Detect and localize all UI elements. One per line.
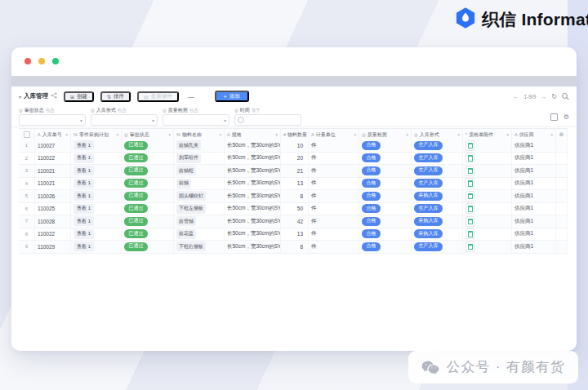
attachment-file-icon[interactable] bbox=[466, 216, 474, 227]
add-button[interactable]: + 添加 bbox=[215, 91, 249, 102]
table-row[interactable]: 3 110021 查看 1 已通过 前轴框 长50cm，宽30cm的SY1 21… bbox=[19, 165, 568, 178]
cell-row-number: 1 bbox=[19, 140, 35, 152]
filter-label-row: ◎ 入库形式 包含 bbox=[91, 106, 158, 114]
attachment-file-icon[interactable] bbox=[466, 140, 474, 151]
column-header[interactable]: % 零件采购计划 ▾ bbox=[71, 129, 122, 140]
cell-attachment bbox=[463, 165, 512, 177]
column-menu-icon[interactable]: ▾ bbox=[168, 132, 171, 137]
filter-control[interactable]: ▾ bbox=[19, 114, 86, 126]
field-type-icon: % bbox=[74, 132, 78, 137]
column-header[interactable]: A 计量单位 ▾ bbox=[309, 129, 359, 140]
cell-extra bbox=[556, 165, 568, 177]
table-row[interactable]: 5 110026 查看 1 已通过 圆头螺纹钉 长50cm，宽30cm的SY1 … bbox=[19, 190, 568, 203]
filters: ◎ 审批状态 包含 ▾ ◎ 入库形式 包含 bbox=[19, 106, 301, 126]
toolbar-buttons: ⊞ 创建 ⇅ 排序 ▤ 批量操作 bbox=[64, 91, 179, 102]
view-link-button[interactable]: 查看 1 bbox=[74, 191, 94, 201]
table-row[interactable]: 8 110022 查看 1 已通过 前花盘 长50cm，宽30cm的SY1 13… bbox=[19, 228, 568, 242]
table-row[interactable]: 6 110025 查看 1 已通过 下框左侧板 长50cm，宽30cm的SY1 … bbox=[19, 203, 568, 216]
column-header[interactable]: * 质检单附件 ▾ bbox=[463, 129, 512, 140]
attachment-file-icon[interactable] bbox=[466, 153, 474, 163]
cell-supplier: 供应商1 bbox=[512, 140, 556, 152]
table-row[interactable]: 7 110028 查看 1 已通过 前管轴 长50cm，宽30cm的SY1 42… bbox=[19, 215, 568, 228]
column-menu-icon[interactable]: ▾ bbox=[550, 132, 553, 137]
column-menu-icon[interactable]: ▾ bbox=[457, 132, 460, 137]
cell-spec: 长50cm，宽30cm的SY1 bbox=[225, 165, 281, 177]
column-header[interactable]: ◎ 质量检测 ▾ bbox=[359, 129, 412, 140]
cell-order-no: 110028 bbox=[35, 215, 71, 228]
view-link-button[interactable]: 查看 1 bbox=[74, 229, 94, 239]
column-menu-icon[interactable]: ▾ bbox=[219, 132, 221, 137]
prev-page-arrow[interactable]: ← bbox=[513, 94, 519, 100]
toolbar-button[interactable]: ⇅ 排序 bbox=[100, 91, 131, 102]
column-header[interactable]: A 规格 ▾ bbox=[225, 129, 281, 140]
cell-plan: 查看 1 bbox=[71, 190, 122, 202]
view-link-button[interactable]: 查看 1 bbox=[74, 216, 94, 226]
column-header[interactable]: ◎ 入库形式 ▾ bbox=[412, 129, 463, 140]
search-icon[interactable] bbox=[562, 93, 569, 100]
view-link-button[interactable]: 查看 1 bbox=[74, 166, 94, 175]
cell-plan: 查看 1 bbox=[71, 153, 122, 165]
filter-label: 入库形式 bbox=[96, 107, 116, 114]
attachment-file-icon[interactable] bbox=[466, 228, 474, 239]
cell-approval: 已通过 bbox=[122, 165, 174, 177]
chevron-down-icon: ▾ bbox=[152, 117, 154, 123]
column-menu-icon[interactable]: ▾ bbox=[506, 132, 509, 137]
table-row[interactable]: 9 110029 查看 1 已通过 下框右侧板 长50cm，宽30cm的SY1 … bbox=[19, 241, 568, 254]
cell-quality: 合格 bbox=[359, 228, 412, 241]
attachment-file-icon[interactable] bbox=[466, 203, 474, 214]
cell-row-number: 2 bbox=[19, 153, 35, 165]
close-window-button[interactable] bbox=[24, 58, 31, 64]
quality-status-badge: 合格 bbox=[362, 192, 381, 201]
page-title[interactable]: ▾ 入库管理 bbox=[19, 92, 57, 100]
add-column-button[interactable]: ⊕ bbox=[556, 129, 568, 140]
share-icon[interactable] bbox=[51, 92, 57, 100]
filter-control[interactable]: ▾ bbox=[163, 114, 229, 126]
column-menu-icon[interactable]: ▾ bbox=[116, 132, 118, 137]
attachment-file-icon[interactable] bbox=[466, 166, 474, 176]
attachment-file-icon[interactable] bbox=[466, 191, 474, 202]
view-link-button[interactable]: 查看 1 bbox=[74, 140, 94, 150]
filter-control[interactable]: ▾ bbox=[91, 114, 158, 126]
minimize-window-button[interactable] bbox=[38, 58, 45, 64]
quality-status-badge: 合格 bbox=[362, 242, 381, 251]
next-page-arrow[interactable]: → bbox=[541, 94, 546, 100]
cell-plan: 查看 1 bbox=[71, 203, 122, 215]
more-button[interactable]: — bbox=[185, 93, 197, 100]
field-type-icon: # bbox=[283, 132, 286, 137]
table-row[interactable]: 1 110027 查看 1 已通过 前轴孔夹 长50cm，宽30cm的SY1 1… bbox=[19, 140, 568, 153]
column-menu-icon[interactable]: ▾ bbox=[406, 132, 408, 137]
cell-quantity: 13 bbox=[281, 228, 309, 241]
attachment-file-icon[interactable] bbox=[466, 178, 474, 188]
filter-control[interactable] bbox=[234, 114, 301, 126]
column-header[interactable]: # 物料数量 ▾ bbox=[281, 129, 309, 140]
maximize-window-button[interactable] bbox=[52, 58, 59, 64]
fit-view-icon[interactable] bbox=[550, 113, 558, 121]
gear-icon[interactable]: ⚙ bbox=[564, 113, 569, 121]
column-header[interactable]: % 物料名称 ▾ bbox=[174, 129, 225, 140]
column-menu-icon[interactable]: ▾ bbox=[65, 132, 68, 137]
filter-bar: ◎ 审批状态 包含 ▾ ◎ 入库形式 包含 bbox=[11, 104, 577, 127]
table-row[interactable]: 2 110022 查看 1 已通过 刹车组件 长50cm，宽30cm的SY1 2… bbox=[19, 153, 568, 166]
refresh-icon[interactable]: ↻ bbox=[551, 93, 557, 100]
column-menu-icon[interactable]: ▾ bbox=[354, 132, 356, 137]
app-window: ▾ 入库管理 ⊞ 创建 ⇅ 排序 bbox=[11, 47, 577, 351]
table-row[interactable]: 4 110021 查看 1 已通过 前轴 长50cm，宽30cm的SY1 13 … bbox=[19, 178, 568, 191]
view-link-button[interactable]: 查看 1 bbox=[74, 204, 94, 214]
column-header[interactable]: A 供应商 ▾ bbox=[512, 129, 556, 140]
view-link-button[interactable]: 查看 1 bbox=[74, 153, 94, 163]
field-type-icon: A bbox=[227, 132, 230, 137]
approval-status-badge: 已通过 bbox=[124, 204, 148, 213]
column-header[interactable]: ◎ 审批状态 ▾ bbox=[122, 129, 174, 140]
cell-supplier: 供应商1 bbox=[512, 153, 556, 165]
view-link-button[interactable]: 查看 1 bbox=[74, 179, 94, 188]
toolbar-button[interactable]: ▤ 批量操作 bbox=[137, 91, 179, 102]
inbound-mode-badge: 生产入库 bbox=[414, 242, 443, 251]
cell-mode: 生产入库 bbox=[412, 153, 463, 165]
column-menu-icon[interactable]: ▾ bbox=[275, 132, 278, 137]
view-link-button[interactable]: 查看 1 bbox=[74, 242, 94, 251]
toolbar-button[interactable]: ⊞ 创建 bbox=[64, 91, 94, 102]
column-label: 物料数量 bbox=[287, 131, 307, 139]
column-header[interactable]: A 入库单号 ▾ bbox=[35, 129, 71, 140]
select-all-checkbox[interactable] bbox=[24, 131, 30, 138]
attachment-file-icon[interactable] bbox=[466, 242, 474, 252]
